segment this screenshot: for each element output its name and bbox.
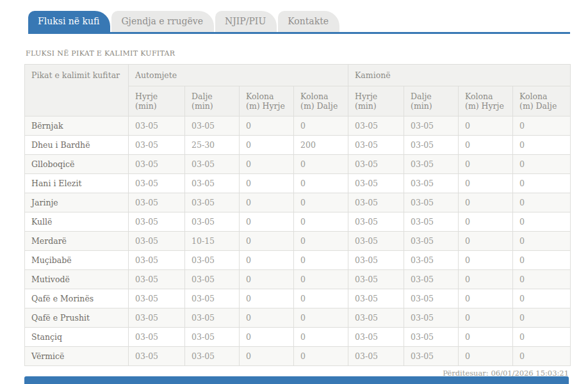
cell-value: 25-30 <box>185 136 240 155</box>
table-row: Vërmicë03-0503-050003-0503-0500 <box>25 347 571 366</box>
cell-value: 0 <box>513 232 571 251</box>
cell-value: 03-05 <box>348 116 404 136</box>
cell-value: 03-05 <box>129 116 185 136</box>
cell-value: 0 <box>240 212 294 232</box>
group-header-kamione: Kamionë <box>348 65 571 86</box>
cell-value: 03-05 <box>404 308 459 328</box>
cell-value: 03-05 <box>129 347 185 366</box>
table-row: Stançiq03-0503-050003-0503-0500 <box>25 328 571 347</box>
cell-value: 03-05 <box>129 155 185 174</box>
bottom-accent-bar <box>24 376 569 384</box>
cell-value: 03-05 <box>129 328 185 347</box>
cell-value: 0 <box>459 308 513 328</box>
table-row: Hani i Elezit03-0503-050003-0503-0500 <box>25 174 571 193</box>
cell-value: 03-05 <box>185 155 240 174</box>
crossing-point-name: Bërnjak <box>25 116 129 136</box>
column-header: Kolona (m) Dalje <box>294 86 348 116</box>
tab-bar: Fluksi në kufiGjendja e rrugëveNJIP/PIUK… <box>28 11 570 32</box>
cell-value: 03-05 <box>129 193 185 212</box>
cell-value: 03-05 <box>348 328 404 347</box>
cell-value: 03-05 <box>348 193 404 212</box>
cell-value: 03-05 <box>129 232 185 251</box>
group-header-automjete: Automjete <box>129 65 348 86</box>
cell-value: 0 <box>459 174 513 193</box>
tab-underline <box>28 32 570 34</box>
cell-value: 03-05 <box>129 212 185 232</box>
cell-value: 03-05 <box>404 251 459 270</box>
column-header: Hyrje (min) <box>348 86 404 116</box>
crossing-point-name: Jarinje <box>25 193 129 212</box>
cell-value: 03-05 <box>404 328 459 347</box>
cell-value: 03-05 <box>185 289 240 308</box>
crossing-point-name: Qafë e Prushit <box>25 308 129 328</box>
cell-value: 0 <box>513 328 571 347</box>
cell-value: 03-05 <box>348 270 404 289</box>
cell-value: 03-05 <box>404 155 459 174</box>
cell-value: 03-05 <box>129 136 185 155</box>
cell-value: 0 <box>513 193 571 212</box>
cell-value: 0 <box>240 174 294 193</box>
cell-value: 0 <box>513 251 571 270</box>
tab-kontakte[interactable]: Kontakte <box>278 11 339 32</box>
cell-value: 0 <box>459 270 513 289</box>
cell-value: 03-05 <box>348 232 404 251</box>
column-header: Dalje (min) <box>404 86 459 116</box>
cell-value: 0 <box>240 251 294 270</box>
table-row: Muçibabë03-0503-050003-0503-0500 <box>25 251 571 270</box>
cell-value: 0 <box>294 347 348 366</box>
tab-njip-piu[interactable]: NJIP/PIU <box>215 11 277 32</box>
cell-value: 0 <box>240 328 294 347</box>
crossing-point-name: Qafë e Morinës <box>25 289 129 308</box>
crossing-point-name: Dheu i Bardhë <box>25 136 129 155</box>
corner-header: Pikat e kalimit kufitar <box>25 65 129 116</box>
cell-value: 03-05 <box>129 251 185 270</box>
cell-value: 0 <box>294 289 348 308</box>
cell-value: 03-05 <box>185 251 240 270</box>
cell-value: 03-05 <box>404 289 459 308</box>
cell-value: 03-05 <box>404 212 459 232</box>
cell-value: 0 <box>240 270 294 289</box>
cell-value: 03-05 <box>348 289 404 308</box>
border-flow-table: Pikat e kalimit kufitarAutomjeteKamionëH… <box>24 64 571 366</box>
cell-value: 03-05 <box>348 212 404 232</box>
cell-value: 03-05 <box>404 136 459 155</box>
crossing-point-name: Mutivodë <box>25 270 129 289</box>
section-heading: FLUKSI NË PIKAT E KALIMIT KUFITAR <box>26 49 570 58</box>
table-row: Qafë e Prushit03-0503-050003-0503-0500 <box>25 308 571 328</box>
cell-value: 03-05 <box>185 308 240 328</box>
cell-value: 0 <box>294 308 348 328</box>
cell-value: 0 <box>294 328 348 347</box>
cell-value: 0 <box>240 232 294 251</box>
cell-value: 03-05 <box>185 193 240 212</box>
crossing-point-name: Muçibabë <box>25 251 129 270</box>
cell-value: 200 <box>294 136 348 155</box>
cell-value: 0 <box>459 136 513 155</box>
header-group-row: Pikat e kalimit kufitarAutomjeteKamionë <box>25 65 571 86</box>
crossing-point-name: Hani i Elezit <box>25 174 129 193</box>
cell-value: 0 <box>459 251 513 270</box>
cell-value: 03-05 <box>404 116 459 136</box>
cell-value: 03-05 <box>185 328 240 347</box>
cell-value: 0 <box>459 193 513 212</box>
cell-value: 0 <box>459 116 513 136</box>
cell-value: 03-05 <box>348 155 404 174</box>
cell-value: 0 <box>240 136 294 155</box>
cell-value: 03-05 <box>404 270 459 289</box>
cell-value: 0 <box>513 116 571 136</box>
tab-gjendja-e-rrug-ve[interactable]: Gjendja e rrugëve <box>111 11 214 32</box>
cell-value: 03-05 <box>129 174 185 193</box>
tab-fluksi-n-kufi[interactable]: Fluksi në kufi <box>28 11 110 32</box>
cell-value: 0 <box>240 289 294 308</box>
cell-value: 03-05 <box>185 212 240 232</box>
cell-value: 0 <box>459 212 513 232</box>
cell-value: 0 <box>240 155 294 174</box>
cell-value: 03-05 <box>348 308 404 328</box>
crossing-point-name: Stançiq <box>25 328 129 347</box>
cell-value: 0 <box>513 308 571 328</box>
cell-value: 0 <box>294 232 348 251</box>
cell-value: 03-05 <box>348 251 404 270</box>
cell-value: 03-05 <box>129 270 185 289</box>
cell-value: 0 <box>513 212 571 232</box>
cell-value: 03-05 <box>404 174 459 193</box>
cell-value: 0 <box>240 347 294 366</box>
